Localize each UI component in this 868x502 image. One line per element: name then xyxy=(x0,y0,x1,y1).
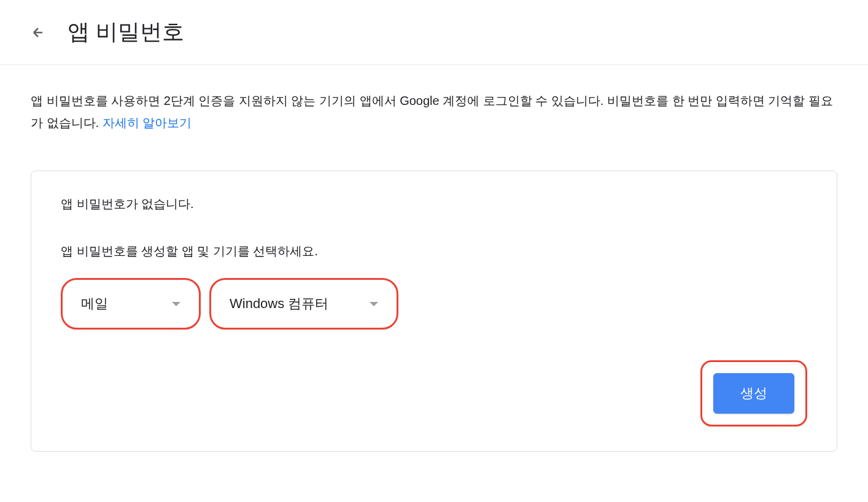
main-content: 앱 비밀번호를 사용하면 2단계 인증을 지원하지 않는 기기의 앱에서 Goo… xyxy=(0,65,868,476)
app-select[interactable]: 메일 xyxy=(66,284,195,324)
back-arrow-icon[interactable] xyxy=(31,25,45,40)
selectors-row: 메일 Windows 컴퓨터 xyxy=(61,278,807,330)
page-title: 앱 비밀번호 xyxy=(68,17,184,47)
device-select-highlight: Windows 컴퓨터 xyxy=(209,278,398,330)
app-passwords-card: 앱 비밀번호가 없습니다. 앱 비밀번호를 생성할 앱 및 기기를 선택하세요.… xyxy=(31,171,837,452)
generate-button-highlight: 생성 xyxy=(700,360,807,427)
no-passwords-status: 앱 비밀번호가 없습니다. xyxy=(61,196,807,212)
page-header: 앱 비밀번호 xyxy=(0,0,868,65)
button-row: 생성 xyxy=(61,360,807,427)
device-select[interactable]: Windows 컴퓨터 xyxy=(215,284,393,324)
generate-button[interactable]: 생성 xyxy=(713,373,794,414)
learn-more-link[interactable]: 자세히 알아보기 xyxy=(103,116,192,129)
device-select-label: Windows 컴퓨터 xyxy=(230,295,328,313)
description-text: 앱 비밀번호를 사용하면 2단계 인증을 지원하지 않는 기기의 앱에서 Goo… xyxy=(31,90,837,134)
chevron-down-icon xyxy=(172,302,180,306)
app-select-label: 메일 xyxy=(81,295,108,313)
select-instruction: 앱 비밀번호를 생성할 앱 및 기기를 선택하세요. xyxy=(61,243,807,260)
chevron-down-icon xyxy=(370,302,378,306)
app-select-highlight: 메일 xyxy=(61,278,201,330)
